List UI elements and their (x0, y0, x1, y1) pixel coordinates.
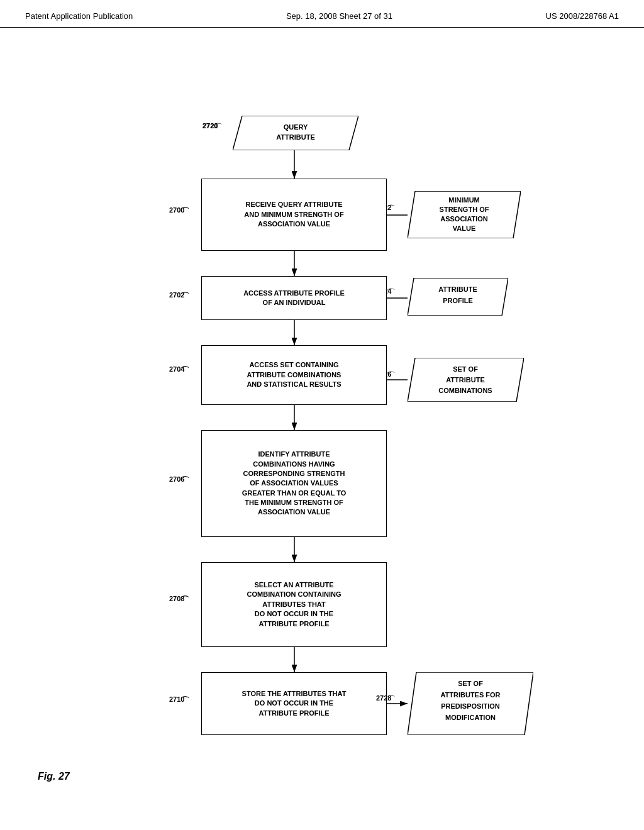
attr-profile-shape: ATTRIBUTE PROFILE 2724 ⌒ (408, 278, 508, 316)
box-2702: ACCESS ATTRIBUTE PROFILEOF AN INDIVIDUAL… (201, 276, 387, 320)
fig-label: Fig. 27 (38, 771, 70, 782)
query-attribute-shape: QUERY ATTRIBUTE 2720 2720 ⌒ (233, 116, 358, 150)
svg-text:COMBINATIONS: COMBINATIONS (438, 387, 492, 394)
svg-text:ATTRIBUTE: ATTRIBUTE (446, 376, 485, 384)
header-left: Patent Application Publication (25, 11, 133, 21)
svg-text:SET OF: SET OF (453, 365, 478, 373)
svg-text:SET OF: SET OF (458, 680, 483, 687)
svg-text:ATTRIBUTE: ATTRIBUTE (438, 285, 477, 293)
set-attr-comb-shape: SET OF ATTRIBUTE COMBINATIONS 2726 ⌒ (408, 358, 524, 402)
svg-text:ATTRIBUTES FOR: ATTRIBUTES FOR (440, 691, 500, 699)
box-2710: STORE THE ATTRIBUTES THATDO NOT OCCUR IN… (201, 672, 387, 735)
svg-text:VALUE: VALUE (453, 224, 475, 232)
page-header: Patent Application Publication Sep. 18, … (0, 0, 644, 28)
box-2702-label: ACCESS ATTRIBUTE PROFILEOF AN INDIVIDUAL (243, 289, 345, 308)
box-2710-label: STORE THE ATTRIBUTES THATDO NOT OCCUR IN… (242, 689, 347, 718)
box-2708: SELECT AN ATTRIBUTECOMBINATION CONTAININ… (201, 562, 387, 647)
svg-text:ASSOCIATION: ASSOCIATION (440, 215, 488, 223)
svg-text:STRENGTH OF: STRENGTH OF (440, 206, 489, 213)
box-2708-label: SELECT AN ATTRIBUTECOMBINATION CONTAININ… (247, 580, 341, 629)
box-2704-label: ACCESS SET CONTAININGATTRIBUTE COMBINATI… (247, 360, 341, 389)
box-2704: ACCESS SET CONTAININGATTRIBUTE COMBINATI… (201, 345, 387, 405)
svg-text:QUERY: QUERY (284, 123, 308, 131)
box-2700-label: RECEIVE QUERY ATTRIBUTEAND MINIMUM STREN… (244, 200, 343, 229)
svg-text:PROFILE: PROFILE (443, 297, 473, 304)
box-2700: RECEIVE QUERY ATTRIBUTEAND MINIMUM STREN… (201, 179, 387, 251)
svg-text:PREDISPOSITION: PREDISPOSITION (441, 702, 500, 710)
svg-text:MINIMUM: MINIMUM (448, 196, 480, 204)
header-right: US 2008/228768 A1 (546, 11, 619, 21)
svg-text:ATTRIBUTE: ATTRIBUTE (276, 133, 315, 141)
header-center: Sep. 18, 2008 Sheet 27 of 31 (286, 11, 392, 21)
set-attr-pred-shape: SET OF ATTRIBUTES FOR PREDISPOSITION MOD… (408, 672, 533, 735)
svg-text:MODIFICATION: MODIFICATION (445, 714, 496, 721)
box-2706-label: IDENTIFY ATTRIBUTECOMBINATIONS HAVINGCOR… (242, 450, 347, 517)
box-2706: IDENTIFY ATTRIBUTECOMBINATIONS HAVINGCOR… (201, 430, 387, 537)
diagram-area: QUERY ATTRIBUTE 2720 2720 ⌒ MINIMUM STRE… (0, 28, 644, 795)
min-strength-shape: MINIMUM STRENGTH OF ASSOCIATION VALUE 27… (408, 191, 521, 238)
